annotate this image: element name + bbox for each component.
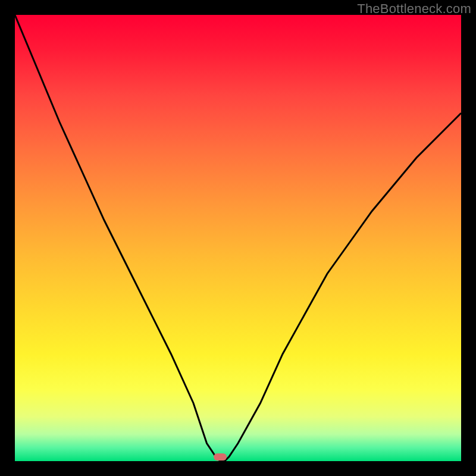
bottleneck-curve <box>15 15 461 461</box>
curve-path <box>15 15 461 461</box>
plot-area <box>15 15 461 461</box>
optimal-point-marker <box>214 453 227 461</box>
chart-frame: TheBottleneck.com <box>0 0 476 476</box>
